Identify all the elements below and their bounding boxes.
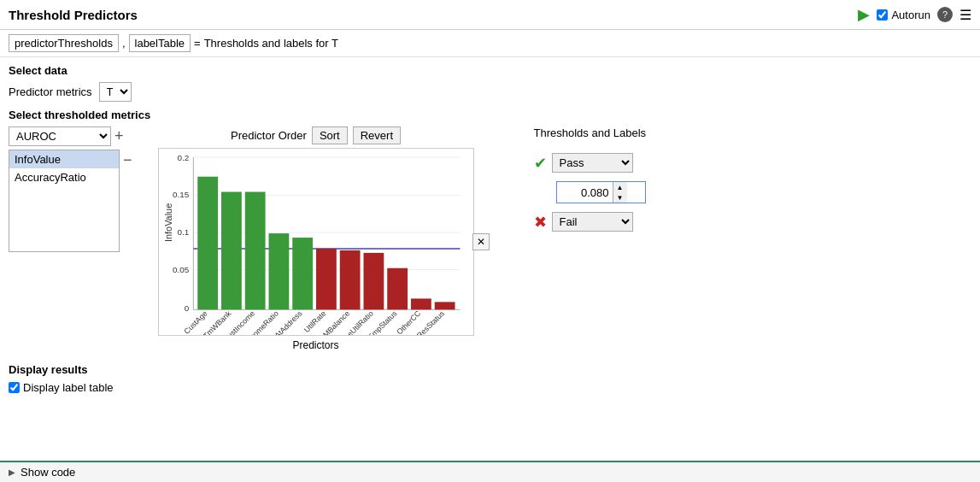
metrics-selector-area: AUROC + InfoValue AccuracyRatio − bbox=[9, 126, 132, 252]
chart-svg: InfoValue 0.2 0.15 0.1 0.05 bbox=[159, 149, 473, 335]
add-metric-button[interactable]: + bbox=[114, 127, 124, 145]
formula-bar: predictorThresholds , labelTable = Thres… bbox=[0, 30, 980, 57]
bar-balanceutil bbox=[363, 253, 384, 309]
metric-item-accuracyratio[interactable]: AccuracyRatio bbox=[9, 168, 119, 186]
bar-tmataddress bbox=[292, 238, 313, 309]
svg-text:0: 0 bbox=[184, 303, 189, 313]
predictor-order-row: Predictor Order Sort Revert bbox=[231, 126, 401, 144]
svg-text:0.1: 0.1 bbox=[177, 227, 189, 237]
thresholded-section: Select thresholded metrics AUROC + InfoV… bbox=[9, 109, 971, 351]
display-label-table-text: Display label table bbox=[23, 381, 114, 394]
bar-ambalance bbox=[339, 250, 360, 309]
thresholds-labels-panel: Thresholds and Labels ✔ Pass ▲ ▼ bbox=[534, 126, 647, 232]
pass-icon: ✔ bbox=[534, 154, 547, 173]
show-code-arrow: ▶ bbox=[9, 467, 15, 477]
svg-text:0.2: 0.2 bbox=[177, 153, 189, 162]
svg-text:0.15: 0.15 bbox=[173, 190, 190, 199]
threshold-value-input[interactable] bbox=[557, 185, 613, 201]
show-code-label: Show code bbox=[21, 466, 75, 479]
fail-row: ✖ Fail bbox=[534, 212, 647, 232]
autorun-label: Autorun bbox=[877, 9, 930, 21]
display-label-table-checkbox[interactable] bbox=[9, 382, 20, 393]
menu-button[interactable]: ☰ bbox=[959, 7, 971, 23]
title-bar-actions: ▶ Autorun ? ☰ bbox=[858, 5, 971, 24]
display-label-table-row: Display label table bbox=[9, 381, 971, 394]
revert-button[interactable]: Revert bbox=[353, 126, 401, 144]
show-code-bar[interactable]: ▶ Show code bbox=[0, 461, 980, 482]
select-data-label: Select data bbox=[9, 64, 971, 77]
thresholds-labels-title: Thresholds and Labels bbox=[534, 126, 647, 139]
autorun-checkbox[interactable] bbox=[877, 9, 888, 21]
chart-container: InfoValue 0.2 0.15 0.1 0.05 bbox=[158, 148, 474, 336]
pass-label-dropdown[interactable]: Pass bbox=[552, 153, 633, 173]
remove-metric-button[interactable]: − bbox=[123, 151, 132, 169]
page-title: Threshold Predictors bbox=[9, 8, 138, 22]
formula-eq: = bbox=[194, 37, 201, 50]
bar-resstatus bbox=[434, 302, 455, 309]
display-results-label: Display results bbox=[9, 363, 971, 376]
chart-wrapper: InfoValue 0.2 0.15 0.1 0.05 bbox=[158, 148, 474, 336]
predictor-metrics-dropdown[interactable]: T bbox=[99, 82, 132, 102]
predictor-metrics-label: Predictor metrics bbox=[9, 85, 92, 98]
svg-text:0.05: 0.05 bbox=[173, 265, 190, 274]
fail-icon: ✖ bbox=[534, 213, 547, 232]
x-axis-label: Predictors bbox=[293, 339, 339, 351]
display-results-section: Display results Display label table bbox=[9, 363, 971, 394]
formula-description: Thresholds and labels for T bbox=[204, 37, 338, 50]
threshold-spinners: ▲ ▼ bbox=[613, 182, 627, 203]
bar-custincome bbox=[244, 192, 265, 310]
metrics-add-row: AUROC + bbox=[9, 126, 132, 146]
formula-token2: labelTable bbox=[129, 34, 191, 52]
predictor-metrics-row: Predictor metrics T bbox=[9, 82, 971, 102]
predictor-order-label: Predictor Order bbox=[231, 129, 307, 142]
bar-empstatus bbox=[387, 268, 408, 310]
chart-area: Predictor Order Sort Revert InfoValue 0.… bbox=[158, 126, 474, 351]
sort-button[interactable]: Sort bbox=[312, 126, 348, 144]
run-button[interactable]: ▶ bbox=[858, 5, 870, 24]
threshold-input-row: ▲ ▼ bbox=[556, 181, 647, 203]
bar-utilrate bbox=[316, 249, 337, 309]
title-bar: Threshold Predictors ▶ Autorun ? ☰ bbox=[0, 0, 980, 30]
metric-type-dropdown[interactable]: AUROC bbox=[9, 126, 111, 146]
bar-tmwbank bbox=[221, 192, 242, 310]
metric-item-infovalue[interactable]: InfoValue bbox=[9, 150, 119, 168]
select-thresholded-label: Select thresholded metrics bbox=[9, 109, 971, 121]
help-button[interactable]: ? bbox=[937, 7, 953, 22]
formula-token1: predictorThresholds bbox=[9, 34, 119, 52]
formula-separator: , bbox=[122, 37, 126, 50]
threshold-spin-up[interactable]: ▲ bbox=[613, 182, 627, 192]
chart-close-button[interactable]: ✕ bbox=[472, 233, 490, 250]
threshold-spin-down[interactable]: ▼ bbox=[613, 192, 627, 203]
fail-label-dropdown[interactable]: Fail bbox=[552, 212, 633, 232]
metrics-list: InfoValue AccuracyRatio bbox=[9, 150, 120, 252]
main-content: Select data Predictor metrics T Select t… bbox=[0, 57, 980, 401]
bar-othercc bbox=[410, 298, 431, 309]
bar-custage bbox=[197, 177, 218, 310]
svg-text:InfoValue: InfoValue bbox=[162, 203, 173, 242]
bar-balanceincome bbox=[268, 233, 289, 309]
pass-row: ✔ Pass bbox=[534, 153, 647, 173]
